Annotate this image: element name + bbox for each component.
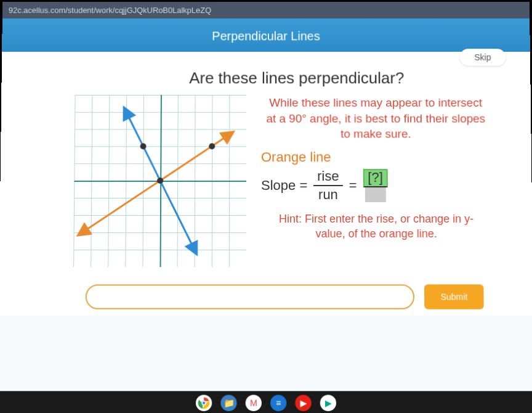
lesson-header: Perpendicular Lines — [2, 18, 530, 52]
explanation-text: While these lines may appear to intersec… — [257, 95, 494, 142]
coordinate-graph — [73, 95, 246, 267]
url-bar: 92c.acellus.com/student/work/cqjjGJQkURo… — [2, 2, 530, 18]
content-area: Are these lines perpendicular? — [0, 52, 532, 316]
page-content: Perpendicular Lines Skip Are these lines… — [0, 18, 532, 401]
lesson-title: Perpendicular Lines — [212, 30, 320, 43]
graph-dot — [209, 143, 215, 149]
taskbar: 📁 M ≡ ▶ ▶ — [0, 391, 532, 413]
chrome-icon[interactable] — [196, 395, 212, 411]
graph-dot — [140, 143, 147, 149]
svg-point-2 — [202, 401, 206, 405]
gmail-icon[interactable]: M — [246, 395, 262, 411]
slope-formula: Slope = rise run = [?] — [261, 169, 495, 202]
fraction-numerator: rise — [313, 169, 342, 186]
slope-label: Slope = — [261, 178, 307, 194]
answer-fraction: [?] — [363, 169, 388, 202]
question-text: Are these lines perpendicular? — [75, 69, 518, 88]
graph-lines — [73, 95, 246, 267]
answer-numerator-input[interactable]: [?] — [363, 169, 388, 187]
answer-input[interactable] — [86, 284, 415, 309]
graph-dot — [157, 178, 163, 184]
fraction-denominator: run — [318, 186, 338, 202]
youtube-icon[interactable]: ▶ — [295, 395, 311, 411]
answer-denominator-input[interactable] — [365, 187, 386, 202]
orange-line — [83, 134, 230, 232]
hint-text: Hint: First enter the rise, or change in… — [257, 212, 496, 241]
docs-icon[interactable]: ≡ — [270, 395, 286, 411]
rise-over-run: rise run — [313, 169, 343, 202]
answer-row: Submit — [86, 284, 484, 309]
orange-line-label: Orange line — [261, 149, 494, 165]
equals-sign: = — [349, 178, 357, 194]
skip-button[interactable]: Skip — [459, 49, 506, 66]
explanation-column: While these lines may appear to intersec… — [257, 95, 496, 267]
files-icon[interactable]: 📁 — [220, 395, 236, 411]
play-store-icon[interactable]: ▶ — [320, 395, 336, 411]
submit-button[interactable]: Submit — [424, 284, 483, 309]
